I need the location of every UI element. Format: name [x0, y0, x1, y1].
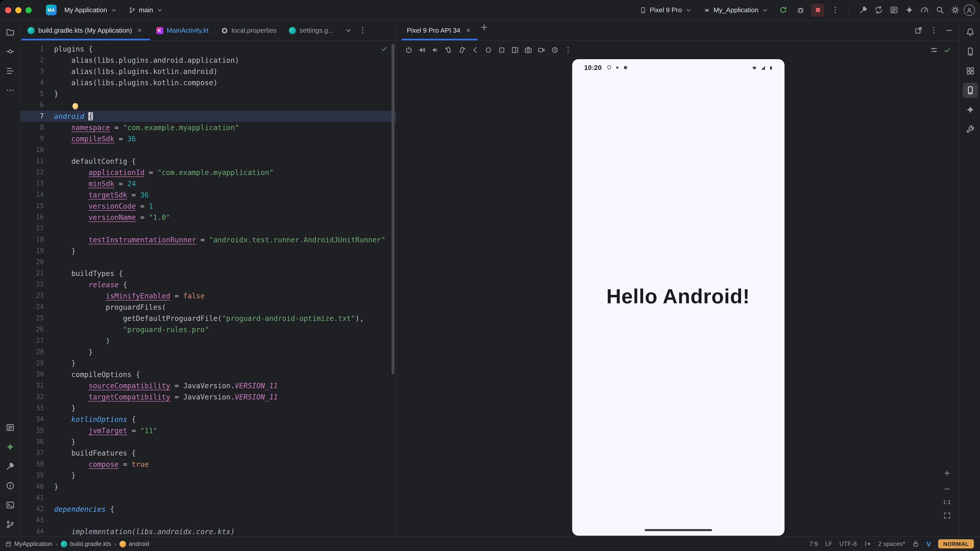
settings-icon[interactable]	[948, 3, 962, 17]
stop-button[interactable]	[811, 3, 824, 17]
code-line[interactable]: compileOptions {	[54, 369, 396, 380]
editor-tab[interactable]: local.properties	[215, 21, 283, 40]
device-manager-icon[interactable]	[963, 44, 978, 59]
code-line[interactable]: applicationId = "com.example.myapplicati…	[54, 167, 396, 178]
vim-mode-badge[interactable]: NORMAL	[938, 539, 974, 548]
emulator-screen[interactable]: 10:20 Hello Android!	[572, 59, 784, 536]
breadcrumb-item[interactable]: build.gradle.kts	[61, 540, 111, 548]
rotate-left-icon[interactable]	[442, 44, 455, 56]
logcat-icon[interactable]	[887, 3, 900, 17]
display-settings-icon[interactable]	[928, 44, 940, 56]
build-icon[interactable]	[2, 459, 18, 474]
more-horizontal-icon[interactable]	[2, 83, 18, 98]
rerun-button[interactable]	[776, 3, 790, 17]
code-line[interactable]: compileSdk = 36	[54, 133, 396, 144]
device-selector[interactable]: Pixel 9 Pro	[636, 4, 696, 16]
open-in-new-window-icon[interactable]	[912, 24, 925, 37]
encoding-widget[interactable]: UTF-8	[839, 540, 857, 548]
code-line[interactable]: testInstrumentationRunner = "androidx.te…	[54, 234, 396, 245]
run-configuration-selector[interactable]: My_Application	[700, 4, 772, 16]
record-icon[interactable]	[535, 44, 548, 56]
code-line[interactable]: )	[54, 335, 396, 346]
code-line[interactable]: versionName = "1.0"	[54, 212, 396, 223]
project-selector[interactable]: My Application	[61, 4, 121, 16]
caret-position-widget[interactable]: 7:9	[810, 540, 818, 548]
indent-style-widget[interactable]: 2 spaces*	[878, 540, 905, 548]
minimize-window-button[interactable]	[15, 7, 21, 13]
code-editor[interactable]: 1234567891011121314151617181920212223242…	[21, 41, 396, 536]
sync-icon[interactable]	[872, 3, 885, 17]
editor-scrollbar[interactable]	[391, 42, 395, 535]
code-line[interactable]: android {	[50, 111, 396, 122]
code-line[interactable]: kotlinOptions {	[54, 414, 396, 425]
commit-icon[interactable]	[2, 44, 18, 59]
more-vertical-icon[interactable]	[562, 44, 574, 56]
code-line[interactable]: }	[54, 481, 396, 492]
profiler-icon[interactable]	[918, 3, 931, 17]
zoom-actual-size-button[interactable]: 1:1	[943, 499, 951, 505]
indent-icon[interactable]	[864, 540, 871, 548]
resources-icon[interactable]	[963, 63, 978, 79]
breadcrumb-item[interactable]: MyApplication	[5, 540, 52, 548]
line-separator-widget[interactable]: LF	[825, 540, 832, 548]
snapshots-icon[interactable]	[549, 44, 561, 56]
lock-icon[interactable]	[912, 540, 920, 548]
problems-icon[interactable]	[2, 478, 18, 493]
code-line[interactable]: }	[54, 403, 396, 414]
breadcrumb-item[interactable]: android	[119, 540, 149, 548]
fullscreen-window-button[interactable]	[25, 7, 32, 13]
scrollbar-thumb[interactable]	[391, 44, 395, 375]
hide-panel-icon[interactable]	[942, 24, 956, 37]
editor-tab[interactable]: MainActivity.kt	[150, 21, 215, 40]
ideavim-icon[interactable]: V	[927, 540, 931, 548]
tab-options-icon[interactable]	[356, 24, 369, 37]
code-line[interactable]: buildTypes {	[54, 268, 396, 279]
code-line[interactable]: namespace = "com.example.myapplication"	[54, 122, 396, 133]
volume-down-icon[interactable]	[429, 44, 442, 56]
code-line[interactable]: sourceCompatibility = JavaVersion.VERSIO…	[54, 380, 396, 391]
inspections-ok-icon[interactable]	[380, 45, 388, 52]
code-line[interactable]: alias(libs.plugins.android.application)	[54, 55, 396, 66]
notifications-icon[interactable]	[963, 24, 978, 40]
code-line[interactable]: getDefaultProguardFile("proguard-android…	[54, 313, 396, 324]
gemini-icon[interactable]	[902, 3, 916, 17]
device-tab[interactable]: Pixel 9 Pro API 34	[402, 21, 478, 40]
editor-code[interactable]: plugins { alias(libs.plugins.android.app…	[50, 41, 396, 536]
code-line[interactable]: }	[54, 346, 396, 358]
code-line[interactable]: release {	[54, 279, 396, 290]
gesture-bar[interactable]	[644, 529, 712, 531]
code-line[interactable]	[54, 223, 396, 234]
code-line[interactable]: versionCode = 1	[54, 200, 396, 212]
code-line[interactable]: targetSdk = 36	[54, 189, 396, 200]
code-line[interactable]: compose = true	[54, 459, 396, 470]
close-tab-icon[interactable]	[465, 26, 473, 35]
code-line[interactable]: alias(libs.plugins.kotlin.android)	[54, 66, 396, 77]
code-line[interactable]: plugins {	[54, 43, 396, 55]
logcat-icon[interactable]	[2, 420, 18, 435]
close-window-button[interactable]	[5, 7, 11, 13]
code-line[interactable]	[54, 492, 396, 503]
close-tab-icon[interactable]	[135, 26, 144, 35]
code-line[interactable]: buildFeatures {	[54, 448, 396, 459]
code-line[interactable]	[54, 100, 396, 111]
code-line[interactable]: }	[54, 358, 396, 369]
code-line[interactable]: alias(libs.plugins.kotlin.compose)	[54, 77, 396, 88]
gemini-icon[interactable]	[963, 102, 978, 118]
code-line[interactable]: minSdk = 24	[54, 178, 396, 189]
profile-icon[interactable]	[964, 4, 975, 16]
rotate-right-icon[interactable]	[456, 44, 468, 56]
volume-up-icon[interactable]	[416, 44, 428, 56]
branch-selector[interactable]: main	[125, 4, 167, 16]
code-line[interactable]: defaultConfig {	[54, 156, 396, 167]
assistant-icon[interactable]	[963, 121, 978, 137]
structure-icon[interactable]	[2, 63, 18, 79]
code-line[interactable]: }	[54, 88, 396, 100]
code-line[interactable]	[54, 144, 396, 156]
more-actions-icon[interactable]	[829, 3, 842, 17]
editor-tab[interactable]: settings.g...	[283, 21, 340, 40]
hidden-tabs-chevron-icon[interactable]	[342, 24, 355, 37]
back-icon[interactable]	[469, 44, 481, 56]
code-line[interactable]: jvmTarget = "11"	[54, 425, 396, 436]
zoom-out-button[interactable]	[941, 483, 953, 494]
build-icon[interactable]	[856, 3, 870, 17]
